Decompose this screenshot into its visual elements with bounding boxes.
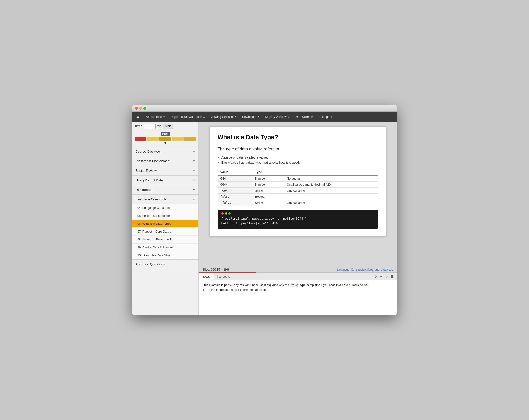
section-language-constructs-label: Language Constructs [135,197,166,201]
expand-button[interactable]: ⤢ [384,274,389,279]
section-using-puppet-data: Using Puppet Data ∨ [132,176,198,185]
section-classroom-environment-header[interactable]: Classroom Environment ∨ [132,157,198,166]
sidebar-item-95[interactable]: 95. Lesson 5: Language ... [132,212,198,220]
toolbar: ≡ Annotations ✏ Report Issue With Slide … [132,112,397,122]
code-text: [root@training]# puppet apply -e 'notice… [221,217,374,226]
slide-bullets: A piece of data is called a value. Every… [218,155,378,165]
pace-segment-3 [159,137,171,141]
pace-logo: PACE [161,132,170,136]
sidebar-item-94[interactable]: 94. Language Constructs [132,204,198,212]
cell-value: 0644 [218,182,252,188]
table-row: falseBoolean [218,194,378,200]
status-bar: Slide: 96/335 – 29% Language_Constructs/… [198,267,397,272]
toolbar-report-issue[interactable]: Report Issue With Slide ⊞ [168,114,208,120]
toolbar-settings[interactable]: Settings ⚙ [316,114,335,120]
zoom-in-button[interactable]: + [379,274,384,279]
toolbar-viewing-stats[interactable]: Viewing Statistics ▾ [208,114,239,120]
zoom-out-button[interactable]: - [367,274,372,279]
slide-title: What is a Data Type? [218,134,378,144]
data-table: Value Type 644NumberNo quotes0644NumberO… [218,169,378,206]
pencil-icon: ✏ [163,115,165,118]
code-dot-green [228,212,231,215]
section-using-puppet-data-header[interactable]: Using Puppet Data ∨ [132,176,198,185]
downloads-chevron-icon: ▾ [258,115,259,118]
maximize-button[interactable] [144,107,146,110]
content-area: What is a Data Type? The type of data a … [198,122,397,315]
report-issue-label: Report Issue With Slide [171,115,202,118]
minimize-button[interactable] [139,107,142,110]
code-window-dots [221,212,374,215]
cell-type: Number [252,175,284,182]
downloads-label: Downloads [242,115,257,118]
close-button[interactable] [135,107,138,110]
section-audience-questions-header[interactable]: Audience Questions [132,260,198,269]
section-audience-questions-label: Audience Questions [135,262,165,266]
section-language-constructs: Language Constructs ∧ 94. Language Const… [132,195,198,260]
cell-value: false [218,194,252,200]
bullet-1: A piece of data is called a value. [218,155,378,160]
display-icon: ⧉ [288,115,290,118]
col-type: Type [252,169,284,175]
section-course-overview-header[interactable]: Course Overview ∨ [132,147,198,156]
cell-desc [284,194,378,200]
slide-subtitle: The type of data a value refers to. [218,147,378,152]
toolbar-downloads[interactable]: Downloads ▾ [240,114,262,120]
menu-button[interactable]: ☰ [390,274,395,279]
cell-type: String [252,188,284,194]
timer-section: Timer: min Start [132,122,198,131]
sidebar-item-100[interactable]: 100. Complex Data Stru... [132,251,198,259]
sidebar-item-97[interactable]: 97. Puppet 4 Core Data ... [132,228,198,236]
cell-value: 'false' [218,200,252,206]
tab-notes[interactable]: notes [198,273,214,280]
main-content: Timer: min Start PACE ▼ [132,122,397,315]
timer-label: Timer: [134,125,143,128]
cell-value: 644 [218,175,252,182]
slide-info: Slide: 96/335 – 29% [202,268,229,271]
cell-desc: Quoted string [284,200,378,206]
slide: What is a Data Type? The type of data a … [209,126,386,236]
cell-desc: No quotes [284,175,378,182]
cell-type: Boolean [252,194,284,200]
annotations-label: Annotations [146,115,162,118]
code-dot-red [221,212,224,215]
section-resources-header[interactable]: Resources ∨ [132,185,198,194]
chevron-down-icon: ∨ [193,150,195,153]
code-block: [root@training]# puppet apply -e 'notice… [218,210,378,229]
timer-start-button[interactable]: Start [163,124,173,129]
timer-input[interactable] [144,124,156,129]
section-classroom-environment: Classroom Environment ∨ [132,157,198,166]
notes-area: notes handouts - ⊙ + ⤢ ☰ This example is… [198,273,397,315]
section-basics-review-header[interactable]: Basics Review ∨ [132,166,198,175]
sidebar-item-96[interactable]: 96. What is a Data Type? [132,220,198,228]
section-audience-questions: Audience Questions [132,260,198,269]
pace-segments [134,137,196,141]
bullet-2: Every value has a data type that affects… [218,160,378,165]
section-language-constructs-header[interactable]: Language Constructs ∧ [132,195,198,204]
cell-type: Number [252,182,284,188]
sidebar-item-99[interactable]: 99. Storing Data in Hashes [132,244,198,251]
slide-container: What is a Data Type? The type of data a … [198,122,397,267]
toolbar-annotations[interactable]: Annotations ✏ [144,114,167,120]
tab-handouts[interactable]: handouts [214,273,234,280]
hamburger-menu[interactable]: ≡ [134,113,141,120]
col-value: Value [218,169,252,175]
table-row: '0644'StringQuoted string [218,188,378,194]
cell-desc: Quoted string [284,188,378,194]
gear-icon: ⚙ [331,115,333,118]
section-basics-review: Basics Review ∨ [132,166,198,176]
section-using-puppet-data-label: Using Puppet Data [135,178,163,182]
focus-button[interactable]: ⊙ [373,274,378,279]
slide-path-link[interactable]: Language_Constructs/values_and_datatypes [337,268,393,271]
chevron-down-icon-5: ∨ [193,188,195,191]
viewing-stats-label: Viewing Statistics [211,115,234,118]
toolbar-display-window[interactable]: Display Window ⧉ [263,114,291,120]
pace-segment-2 [147,137,159,141]
sidebar-item-98[interactable]: 98. Arrays as Resource T... [132,236,198,244]
table-row: 'false'StringQuoted string [218,200,378,206]
section-classroom-environment-label: Classroom Environment [135,159,170,163]
chevron-down-icon-2: ∨ [193,159,195,163]
titlebar [132,105,397,112]
report-icon: ⊞ [203,115,205,118]
toolbar-print-slides[interactable]: Print Slides ⎙ [293,114,315,120]
col-desc [284,169,378,175]
